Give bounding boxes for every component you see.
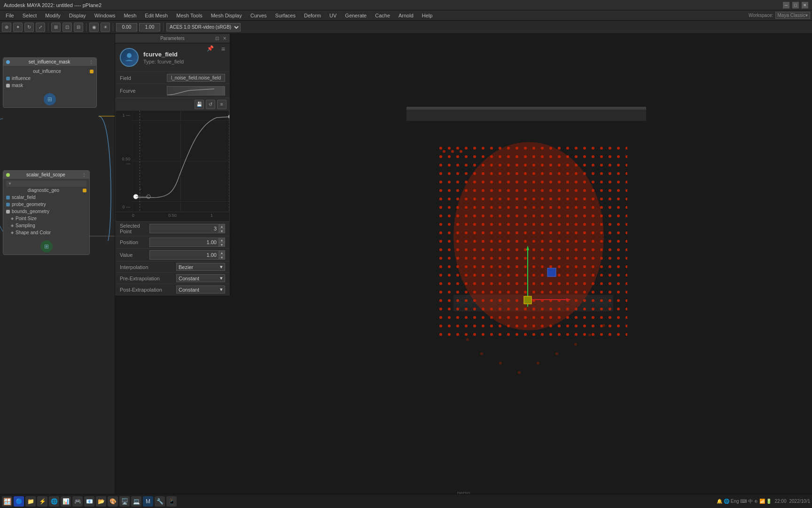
curve-menu-btn[interactable]: ≡ bbox=[217, 100, 226, 109]
scalar-p2-label: probe_geometry bbox=[12, 202, 46, 207]
taskbar-icon-4[interactable]: ⚡ bbox=[37, 496, 47, 507]
menu-windows[interactable]: Windows bbox=[91, 12, 119, 19]
separator-3 bbox=[113, 23, 113, 32]
selected-point-up-btn[interactable]: ▲ bbox=[219, 224, 225, 229]
selected-point-input[interactable]: 3 bbox=[149, 224, 219, 233]
node-graph[interactable]: set_influence_mask ⋮ out_influence influ… bbox=[0, 34, 115, 503]
taskbar-icon-9[interactable]: 📂 bbox=[96, 496, 106, 507]
taskbar-icon-11[interactable]: 🖥️ bbox=[119, 496, 130, 507]
main-area: set_influence_mask ⋮ out_influence influ… bbox=[0, 34, 812, 503]
taskbar-icon-5[interactable]: 🌐 bbox=[49, 496, 59, 507]
menu-generate[interactable]: Generate bbox=[341, 12, 370, 19]
menu-mesh-tools[interactable]: Mesh Tools bbox=[172, 12, 206, 19]
interpolation-dropdown[interactable]: Bezier ▾ bbox=[176, 263, 225, 271]
curve-save-btn[interactable]: 💾 bbox=[195, 100, 204, 109]
menu-cache[interactable]: Cache bbox=[371, 12, 394, 19]
pre-extrapolation-dropdown[interactable]: Constant ▾ bbox=[176, 274, 225, 282]
menu-surfaces[interactable]: Surfaces bbox=[272, 12, 299, 19]
translate-y-input[interactable]: 1.00 bbox=[139, 23, 160, 32]
selected-point-down-btn[interactable]: ▼ bbox=[219, 229, 225, 233]
field-row: Field l_noise_field.noise_field bbox=[115, 72, 230, 84]
menu-mesh-display[interactable]: Mesh Display bbox=[207, 12, 246, 19]
color-space-dropdown[interactable]: ACES 1.0 SDR-video (sRGB) bbox=[166, 23, 241, 32]
menu-uv[interactable]: UV bbox=[326, 12, 340, 19]
selected-point-spinbox[interactable]: 3 ▲ ▼ bbox=[149, 224, 225, 233]
influence-p1-dot bbox=[6, 77, 10, 80]
workspace-value[interactable]: Maya Classic▾ bbox=[775, 12, 810, 19]
taskbar-icon-1[interactable]: 🪟 bbox=[2, 496, 12, 507]
curve-svg[interactable]: + bbox=[132, 111, 229, 212]
taskbar-icon-10[interactable]: 🎨 bbox=[108, 496, 118, 507]
toolbar-rotate-btn[interactable]: ↻ bbox=[24, 23, 34, 32]
taskbar-icon-2[interactable]: 🔵 bbox=[14, 496, 24, 507]
toolbar-camera-btn[interactable]: ◉ bbox=[89, 23, 99, 32]
scalar-node-menu[interactable]: ⋮ bbox=[82, 172, 86, 177]
scalar-option1[interactable]: ◆ Point Size bbox=[6, 215, 86, 222]
menu-deform[interactable]: Deform bbox=[300, 12, 325, 19]
value-input[interactable]: 1.00 bbox=[149, 250, 219, 260]
position-up-btn[interactable]: ▲ bbox=[219, 238, 225, 242]
menu-display[interactable]: Display bbox=[65, 12, 90, 19]
svg-point-23 bbox=[460, 150, 462, 153]
value-up-btn[interactable]: ▲ bbox=[219, 250, 225, 255]
toolbar-snap2-btn[interactable]: ⊡ bbox=[62, 23, 72, 32]
position-down-btn[interactable]: ▼ bbox=[219, 242, 225, 247]
position-input[interactable]: 1.00 bbox=[149, 238, 219, 247]
curve-reset-btn[interactable]: ↺ bbox=[206, 100, 215, 109]
menu-mesh[interactable]: Mesh bbox=[120, 12, 140, 19]
influence-node-indicator bbox=[6, 60, 10, 64]
y-label-half: 0.50 — bbox=[117, 157, 130, 166]
params-close-btn[interactable]: ✕ bbox=[221, 35, 228, 42]
menu-modify[interactable]: Modify bbox=[41, 12, 64, 19]
value-down-btn[interactable]: ▼ bbox=[219, 255, 225, 260]
menu-arnold[interactable]: Arnold bbox=[395, 12, 417, 19]
taskbar-icon-13[interactable]: 🔧 bbox=[155, 496, 165, 507]
params-expand-btn[interactable]: ⊡ bbox=[214, 35, 220, 42]
field-value[interactable]: l_noise_field.noise_field bbox=[167, 74, 225, 82]
scalar-port1: scalar_field bbox=[6, 194, 86, 201]
menu-edit-mesh[interactable]: Edit Mesh bbox=[141, 12, 172, 19]
scalar-option2[interactable]: ◆ Sampling bbox=[6, 222, 86, 229]
taskbar-icon-14[interactable]: 📱 bbox=[166, 496, 177, 507]
scalar-collapse-icon: ▼ bbox=[8, 182, 12, 186]
influence-node-menu[interactable]: ⋮ bbox=[89, 59, 94, 64]
toolbar-move-btn[interactable]: ✦ bbox=[13, 23, 23, 32]
svg-text:+: + bbox=[139, 187, 141, 191]
toolbar-snap3-btn[interactable]: ⊟ bbox=[74, 23, 83, 32]
scalar-collapse-header[interactable]: ▼ bbox=[6, 181, 86, 187]
close-button[interactable]: ✕ bbox=[802, 2, 808, 8]
scalar-p2-dot bbox=[6, 203, 10, 206]
translate-x-input[interactable]: 0.00 bbox=[116, 23, 137, 32]
maximize-button[interactable]: □ bbox=[792, 2, 799, 8]
pin-icon[interactable]: 📌 bbox=[207, 45, 214, 52]
taskbar-icon-7[interactable]: 🎮 bbox=[72, 496, 83, 507]
value-spinbox[interactable]: 1.00 ▲ ▼ bbox=[149, 250, 225, 260]
toolbar-snap1-btn[interactable]: ⊞ bbox=[51, 23, 61, 32]
influence-node-name: set_influence_mask bbox=[29, 59, 70, 64]
curve-canvas-area[interactable]: 1 — 0.50 — 0 — bbox=[116, 111, 229, 212]
menu-help[interactable]: Help bbox=[418, 12, 437, 19]
node-info-text: fcurve_field Type: fcurve_field bbox=[143, 51, 184, 64]
taskbar-icon-maya[interactable]: M bbox=[143, 496, 153, 507]
scalar-option3[interactable]: ◆ Shape and Color bbox=[6, 229, 86, 236]
minimize-button[interactable]: ─ bbox=[783, 2, 789, 8]
option1-label: Point Size bbox=[16, 216, 37, 221]
toolbar-select-btn[interactable]: ⊕ bbox=[2, 23, 11, 32]
influence-node[interactable]: set_influence_mask ⋮ out_influence influ… bbox=[3, 57, 97, 108]
fcurve-preview[interactable] bbox=[167, 86, 225, 95]
taskbar-icon-3[interactable]: 📁 bbox=[25, 496, 36, 507]
menu-curves[interactable]: Curves bbox=[247, 12, 271, 19]
position-spinbox[interactable]: 1.00 ▲ ▼ bbox=[149, 238, 225, 247]
toolbar-scale-btn[interactable]: ⤢ bbox=[36, 23, 45, 32]
interpolation-row: Interpolation Bezier ▾ bbox=[115, 262, 230, 273]
influence-out-label: out_influence bbox=[33, 69, 61, 74]
post-extrapolation-dropdown[interactable]: Constant ▾ bbox=[176, 286, 225, 294]
toolbar-light-btn[interactable]: ☀ bbox=[101, 23, 110, 32]
taskbar-icon-6[interactable]: 📊 bbox=[61, 496, 71, 507]
taskbar-icon-12[interactable]: 💻 bbox=[131, 496, 141, 507]
menu-file[interactable]: File bbox=[2, 12, 18, 19]
taskbar-icon-8[interactable]: 📧 bbox=[84, 496, 94, 507]
menu-icon[interactable]: ≡ bbox=[221, 45, 225, 53]
menu-select[interactable]: Select bbox=[19, 12, 41, 19]
scalar-field-node[interactable]: scalar_field_scope ⋮ ▼ diagnostic_geo sc… bbox=[3, 170, 90, 255]
